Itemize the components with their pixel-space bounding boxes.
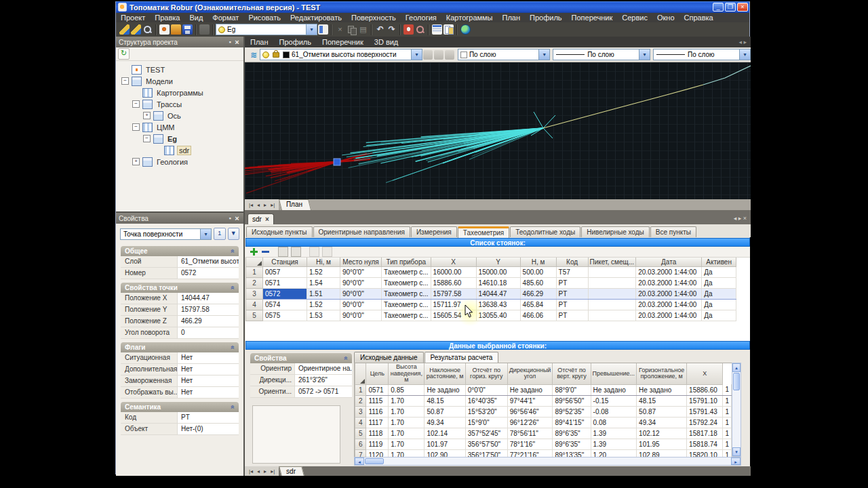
menu-item-Вид[interactable]: Вид <box>184 13 208 22</box>
chevron-down-icon[interactable]: ▾ <box>306 24 317 35</box>
restore-button[interactable]: ❐ <box>725 3 736 12</box>
section-header[interactable]: Семантика» <box>121 402 239 412</box>
surface-combo[interactable]: Eg ▾ <box>216 24 317 35</box>
view-tab-Профиль[interactable]: Профиль <box>274 38 317 46</box>
import-table-icon[interactable] <box>278 247 288 257</box>
tree-expander-icon[interactable]: − <box>132 123 140 131</box>
horizontal-scrollbar[interactable]: ◂ ▸ <box>354 457 741 466</box>
column-header[interactable]: Дата <box>636 258 702 267</box>
table-row[interactable]: 611191.70101.97356°57'50"78°1'16"89°6'35… <box>355 439 732 449</box>
table-row[interactable]: 511181.70102.14357°52'45"78°56'11"89°6'3… <box>355 428 732 439</box>
object-type-combo[interactable]: Точка поверхности ▾ <box>120 228 212 240</box>
layer-combo[interactable]: 61_Отметки высоты поверхности ▾ <box>260 49 422 60</box>
property-row[interactable]: ЗамороженнаяНет <box>121 375 239 387</box>
section-header[interactable]: Флаги» <box>121 342 239 352</box>
menu-item-Формат[interactable]: Формат <box>208 13 243 22</box>
property-row[interactable]: ДополнительнаяНет <box>121 364 239 375</box>
undo-icon[interactable]: ↶ <box>375 24 385 35</box>
show-numbers-button[interactable]: 1 <box>214 228 225 240</box>
property-row[interactable]: Отображать вы...Нет <box>121 387 239 399</box>
color-combo[interactable]: По слою ▾ <box>458 49 550 60</box>
column-header[interactable]: Тип прибора <box>382 258 431 267</box>
results-tab-Результаты расчета[interactable]: Результаты расчета <box>425 352 499 363</box>
orientation-properties-header[interactable]: Свойства » <box>250 353 352 363</box>
data-tab-Все пункты[interactable]: Все пункты <box>650 226 696 237</box>
menu-item-Рисовать[interactable]: Рисовать <box>243 13 285 22</box>
table-row[interactable]: 311161.7050.8715°53'20"96°56'46"89°52'35… <box>355 406 732 417</box>
table-row[interactable]: 211151.7048.1516°40'35"97°44'1"89°56'50"… <box>355 395 732 406</box>
chevron-down-icon[interactable]: ▾ <box>538 49 549 60</box>
property-row[interactable]: КодPT <box>121 412 239 424</box>
tree-expander-icon[interactable]: + <box>143 112 151 119</box>
column-header[interactable]: Превышение... <box>591 363 636 384</box>
preview-magnifier-icon[interactable] <box>142 24 153 35</box>
data-tab-Исходные пункты[interactable]: Исходные пункты <box>246 226 313 237</box>
menu-item-Сервис[interactable]: Сервис <box>617 13 652 22</box>
menu-item-Геология[interactable]: Геология <box>401 13 441 22</box>
column-header[interactable]: H, м <box>520 258 556 267</box>
tree-item-Трассы[interactable]: −Трассы <box>116 98 243 110</box>
web-globe-icon[interactable] <box>460 24 471 35</box>
tree-item-Ось[interactable]: +Ось <box>116 110 243 121</box>
scroll-thumb[interactable] <box>365 458 384 464</box>
doc-tab-scroll-arrows[interactable]: ◂ ▸ × <box>734 215 751 224</box>
tree-item-Геология[interactable]: +Геология <box>116 156 243 167</box>
menu-item-Редактировать[interactable]: Редактировать <box>285 13 347 22</box>
column-header[interactable]: Горизонтальное проложение, м <box>637 363 687 384</box>
export-table-icon[interactable] <box>291 247 301 257</box>
table-corner[interactable] <box>355 363 366 384</box>
column-header[interactable]: Код <box>556 258 588 267</box>
property-row[interactable]: Положение Y15797.58 <box>121 304 239 316</box>
surface-style-icon[interactable]: ≋ <box>250 50 257 60</box>
property-row[interactable]: Слой61_Отметки высот... <box>121 256 239 268</box>
property-row[interactable]: Угол поворота0 <box>121 327 239 339</box>
tree-item-TEST[interactable]: TEST <box>116 64 243 75</box>
tree-item-ЦММ[interactable]: −ЦММ <box>116 121 243 133</box>
chevron-down-icon[interactable]: ▾ <box>739 49 750 60</box>
column-header[interactable]: Дирекционный угол <box>507 363 553 384</box>
column-header[interactable]: Отсчёт по верт. кругу <box>553 363 591 384</box>
property-row[interactable]: ОбъектНет-(0) <box>121 424 239 435</box>
tree-expander-icon[interactable]: − <box>143 135 151 142</box>
layer-manager-icon[interactable] <box>434 50 443 60</box>
data-tab-Тахеометрия[interactable]: Тахеометрия <box>458 226 509 238</box>
table-editor-icon[interactable] <box>432 24 442 35</box>
property-row[interactable]: Положение Z466.29 <box>121 316 239 327</box>
new-project-icon[interactable] <box>159 24 170 35</box>
pin-icon[interactable]: ▪ <box>226 39 233 45</box>
plan-view-canvas[interactable] <box>245 62 751 199</box>
pin-icon[interactable]: ▪ <box>226 215 233 222</box>
orientation-row[interactable]: ОриентирОриентирное на.. <box>250 363 352 375</box>
scroll-thumb[interactable] <box>733 373 740 390</box>
draw-pencil-icon[interactable] <box>119 24 130 35</box>
column-header[interactable]: Активен <box>702 258 736 267</box>
menu-item-Справка[interactable]: Справка <box>679 13 718 22</box>
view-tab-Поперечник[interactable]: Поперечник <box>317 38 369 46</box>
zoom-icon[interactable] <box>415 24 425 35</box>
view-tab-План[interactable]: План <box>245 38 274 46</box>
table-row[interactable]: 405741.5290°0'0"Тахеометр с...15711.9713… <box>246 300 736 310</box>
orientation-row[interactable]: Ориенти...0572 -> 0571 <box>250 386 352 398</box>
menu-item-Поперечник[interactable]: Поперечник <box>567 13 618 22</box>
view-nav-buttons[interactable]: |◂◂▸▸| <box>245 199 279 210</box>
linetype-combo[interactable]: По слою ▾ <box>553 49 650 60</box>
tree-expander-icon[interactable]: − <box>132 100 140 108</box>
column-header[interactable]: Цель <box>366 363 389 384</box>
data-tab-Измерения[interactable]: Измерения <box>411 226 457 237</box>
table-row[interactable]: 505751.5390°0'0"Тахеометр с...15605.5413… <box>246 310 736 321</box>
refresh-icon[interactable]: ↻ <box>118 48 130 60</box>
column-header[interactable]: X <box>687 363 723 384</box>
column-header[interactable]: Станция <box>263 258 307 267</box>
doc-nav-buttons[interactable]: |◂◂▸▸| <box>245 466 279 476</box>
save-icon[interactable] <box>182 24 193 35</box>
sdr-document-tab[interactable]: sdr × <box>248 214 274 224</box>
redo-icon[interactable]: ↷ <box>387 24 397 35</box>
menu-item-Правка[interactable]: Правка <box>150 13 184 22</box>
minimize-button[interactable]: _ <box>713 3 724 12</box>
data-tab-Ориентирные направления[interactable]: Ориентирные направления <box>313 226 410 237</box>
data-tab-Нивелирные ходы[interactable]: Нивелирные ходы <box>581 226 650 237</box>
menu-item-План[interactable]: План <box>498 13 526 22</box>
tree-expander-icon[interactable]: − <box>121 77 129 85</box>
sdr-bottom-tab[interactable]: sdr <box>279 466 304 476</box>
orientation-row[interactable]: Дирекци...261°3'26" <box>250 375 352 386</box>
